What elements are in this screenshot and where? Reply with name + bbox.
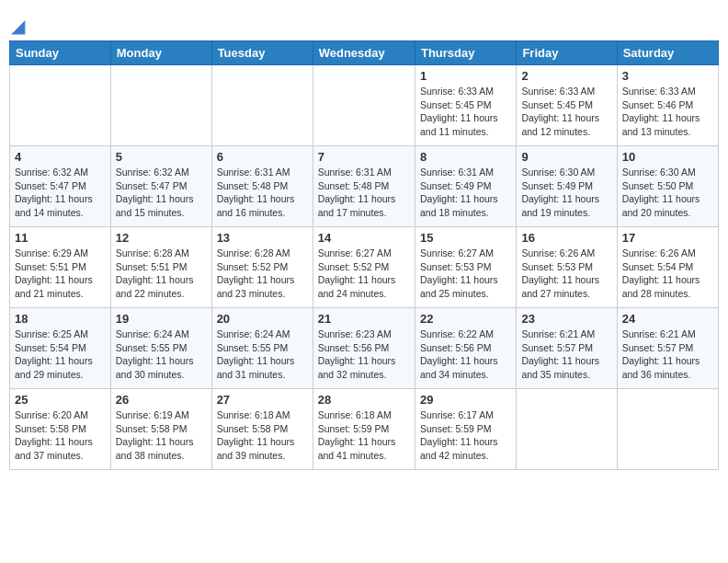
day-number: 13 — [217, 231, 308, 245]
day-cell-22: 22Sunrise: 6:22 AMSunset: 5:56 PMDayligh… — [415, 308, 516, 389]
day-cell-3: 3Sunrise: 6:33 AMSunset: 5:46 PMDaylight… — [617, 65, 718, 146]
day-cell-23: 23Sunrise: 6:21 AMSunset: 5:57 PMDayligh… — [517, 308, 617, 389]
day-cell-6: 6Sunrise: 6:31 AMSunset: 5:48 PMDaylight… — [211, 146, 313, 227]
day-info: Sunrise: 6:20 AMSunset: 5:58 PMDaylight:… — [15, 408, 106, 463]
day-info: Sunrise: 6:32 AMSunset: 5:47 PMDaylight:… — [15, 166, 106, 220]
day-number: 3 — [622, 69, 713, 83]
day-info: Sunrise: 6:19 AMSunset: 5:58 PMDaylight:… — [116, 408, 207, 463]
day-cell-15: 15Sunrise: 6:27 AMSunset: 5:53 PMDayligh… — [415, 227, 516, 308]
day-cell-7: 7Sunrise: 6:31 AMSunset: 5:48 PMDaylight… — [313, 146, 415, 227]
day-info: Sunrise: 6:27 AMSunset: 5:53 PMDaylight:… — [420, 247, 511, 301]
day-info: Sunrise: 6:32 AMSunset: 5:47 PMDaylight:… — [116, 166, 207, 220]
day-cell-18: 18Sunrise: 6:25 AMSunset: 5:54 PMDayligh… — [10, 308, 111, 389]
day-cell-21: 21Sunrise: 6:23 AMSunset: 5:56 PMDayligh… — [313, 308, 415, 389]
day-info: Sunrise: 6:24 AMSunset: 5:55 PMDaylight:… — [116, 327, 207, 382]
day-cell-24: 24Sunrise: 6:21 AMSunset: 5:57 PMDayligh… — [617, 308, 718, 389]
day-number: 9 — [521, 150, 611, 164]
day-info: Sunrise: 6:26 AMSunset: 5:53 PMDaylight:… — [521, 247, 611, 301]
day-number: 26 — [116, 393, 207, 407]
day-number: 4 — [15, 150, 106, 164]
weekday-header-sunday: Sunday — [10, 41, 111, 65]
day-number: 18 — [15, 312, 106, 326]
day-number: 25 — [15, 393, 106, 407]
day-cell-12: 12Sunrise: 6:28 AMSunset: 5:51 PMDayligh… — [110, 227, 211, 308]
day-info: Sunrise: 6:18 AMSunset: 5:59 PMDaylight:… — [318, 408, 410, 463]
weekday-header-saturday: Saturday — [617, 41, 718, 65]
day-number: 20 — [217, 312, 308, 326]
day-cell-13: 13Sunrise: 6:28 AMSunset: 5:52 PMDayligh… — [211, 227, 313, 308]
day-cell-17: 17Sunrise: 6:26 AMSunset: 5:54 PMDayligh… — [617, 227, 718, 308]
day-number: 27 — [217, 393, 308, 407]
weekday-header-friday: Friday — [517, 41, 617, 65]
day-cell-19: 19Sunrise: 6:24 AMSunset: 5:55 PMDayligh… — [110, 308, 211, 389]
weekday-header-monday: Monday — [110, 41, 211, 65]
day-info: Sunrise: 6:21 AMSunset: 5:57 PMDaylight:… — [521, 327, 611, 382]
day-info: Sunrise: 6:24 AMSunset: 5:55 PMDaylight:… — [217, 327, 308, 382]
day-number: 28 — [318, 393, 410, 407]
day-number: 11 — [15, 231, 106, 245]
empty-cell — [211, 65, 313, 146]
weekday-header-row: SundayMondayTuesdayWednesdayThursdayFrid… — [10, 41, 719, 65]
day-cell-11: 11Sunrise: 6:29 AMSunset: 5:51 PMDayligh… — [10, 227, 111, 308]
day-cell-29: 29Sunrise: 6:17 AMSunset: 5:59 PMDayligh… — [415, 389, 516, 470]
empty-cell — [517, 389, 617, 470]
day-number: 15 — [420, 231, 511, 245]
day-info: Sunrise: 6:31 AMSunset: 5:48 PMDaylight:… — [217, 166, 308, 220]
day-info: Sunrise: 6:27 AMSunset: 5:52 PMDaylight:… — [318, 247, 410, 301]
header: ◢ — [9, 9, 719, 37]
weekday-header-wednesday: Wednesday — [313, 41, 415, 65]
day-info: Sunrise: 6:30 AMSunset: 5:50 PMDaylight:… — [622, 166, 713, 220]
day-info: Sunrise: 6:28 AMSunset: 5:51 PMDaylight:… — [116, 247, 207, 301]
day-info: Sunrise: 6:26 AMSunset: 5:54 PMDaylight:… — [622, 247, 713, 301]
day-number: 2 — [521, 69, 611, 83]
day-cell-1: 1Sunrise: 6:33 AMSunset: 5:45 PMDaylight… — [415, 65, 516, 146]
day-number: 6 — [217, 150, 308, 164]
week-row-2: 4Sunrise: 6:32 AMSunset: 5:47 PMDaylight… — [10, 146, 719, 227]
day-number: 24 — [622, 312, 713, 326]
day-info: Sunrise: 6:33 AMSunset: 5:45 PMDaylight:… — [521, 85, 611, 139]
day-cell-27: 27Sunrise: 6:18 AMSunset: 5:58 PMDayligh… — [211, 389, 313, 470]
day-number: 16 — [521, 231, 611, 245]
day-info: Sunrise: 6:31 AMSunset: 5:48 PMDaylight:… — [318, 166, 410, 220]
day-number: 7 — [318, 150, 410, 164]
week-row-1: 1Sunrise: 6:33 AMSunset: 5:45 PMDaylight… — [10, 65, 719, 146]
day-info: Sunrise: 6:23 AMSunset: 5:56 PMDaylight:… — [318, 327, 410, 382]
empty-cell — [110, 65, 211, 146]
day-info: Sunrise: 6:18 AMSunset: 5:58 PMDaylight:… — [217, 408, 308, 463]
day-cell-25: 25Sunrise: 6:20 AMSunset: 5:58 PMDayligh… — [10, 389, 111, 470]
day-number: 5 — [116, 150, 207, 164]
day-cell-8: 8Sunrise: 6:31 AMSunset: 5:49 PMDaylight… — [415, 146, 516, 227]
day-number: 8 — [420, 150, 511, 164]
day-cell-16: 16Sunrise: 6:26 AMSunset: 5:53 PMDayligh… — [517, 227, 617, 308]
logo-bird-icon: ◢ — [11, 15, 25, 37]
week-row-3: 11Sunrise: 6:29 AMSunset: 5:51 PMDayligh… — [10, 227, 719, 308]
day-info: Sunrise: 6:33 AMSunset: 5:45 PMDaylight:… — [420, 85, 511, 139]
empty-cell — [313, 65, 415, 146]
weekday-header-tuesday: Tuesday — [211, 41, 313, 65]
day-cell-28: 28Sunrise: 6:18 AMSunset: 5:59 PMDayligh… — [313, 389, 415, 470]
day-info: Sunrise: 6:17 AMSunset: 5:59 PMDaylight:… — [420, 408, 511, 463]
day-info: Sunrise: 6:33 AMSunset: 5:46 PMDaylight:… — [622, 85, 713, 139]
week-row-4: 18Sunrise: 6:25 AMSunset: 5:54 PMDayligh… — [10, 308, 719, 389]
day-info: Sunrise: 6:25 AMSunset: 5:54 PMDaylight:… — [15, 327, 106, 382]
day-number: 14 — [318, 231, 410, 245]
day-info: Sunrise: 6:31 AMSunset: 5:49 PMDaylight:… — [420, 166, 511, 220]
day-cell-10: 10Sunrise: 6:30 AMSunset: 5:50 PMDayligh… — [617, 146, 718, 227]
day-cell-9: 9Sunrise: 6:30 AMSunset: 5:49 PMDaylight… — [517, 146, 617, 227]
day-number: 22 — [420, 312, 511, 326]
day-info: Sunrise: 6:22 AMSunset: 5:56 PMDaylight:… — [420, 327, 511, 382]
day-number: 1 — [420, 69, 511, 83]
day-cell-5: 5Sunrise: 6:32 AMSunset: 5:47 PMDaylight… — [110, 146, 211, 227]
day-info: Sunrise: 6:28 AMSunset: 5:52 PMDaylight:… — [217, 247, 308, 301]
day-number: 19 — [116, 312, 207, 326]
day-cell-4: 4Sunrise: 6:32 AMSunset: 5:47 PMDaylight… — [10, 146, 111, 227]
day-info: Sunrise: 6:29 AMSunset: 5:51 PMDaylight:… — [15, 247, 106, 301]
day-cell-26: 26Sunrise: 6:19 AMSunset: 5:58 PMDayligh… — [110, 389, 211, 470]
day-number: 12 — [116, 231, 207, 245]
empty-cell — [617, 389, 718, 470]
day-info: Sunrise: 6:30 AMSunset: 5:49 PMDaylight:… — [521, 166, 611, 220]
day-number: 29 — [420, 393, 511, 407]
logo: ◢ — [9, 15, 25, 37]
day-number: 17 — [622, 231, 713, 245]
day-cell-2: 2Sunrise: 6:33 AMSunset: 5:45 PMDaylight… — [517, 65, 617, 146]
